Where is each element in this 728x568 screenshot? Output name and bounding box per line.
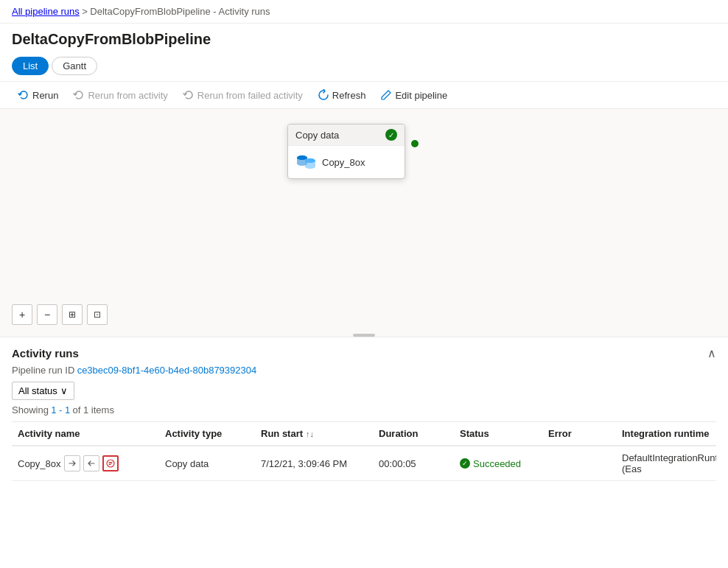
rerun-from-activity-icon	[73, 89, 85, 101]
rerun-from-failed-button[interactable]: Rerun from failed activity	[177, 86, 309, 104]
node-card-title: Copy data	[295, 130, 339, 141]
table-row: Copy_8ox	[12, 446, 716, 481]
rerun-from-activity-label: Rerun from activity	[88, 90, 167, 101]
tab-gantt[interactable]: Gantt	[52, 57, 97, 75]
edit-pipeline-label: Edit pipeline	[395, 90, 447, 101]
collapse-button[interactable]: ∧	[707, 346, 716, 360]
zoom-in-button[interactable]: +	[12, 304, 32, 325]
rerun-from-activity-button[interactable]: Rerun from activity	[67, 86, 173, 104]
tab-list[interactable]: List	[12, 57, 49, 75]
activity-runs-title: Activity runs	[12, 347, 79, 360]
td-activity-name: Copy_8ox	[12, 449, 159, 477]
copy-data-icon	[295, 152, 316, 172]
col-header-integration-runtime: Integration runtime	[616, 422, 716, 445]
tabs-row: List Gantt	[0, 54, 728, 81]
scroll-indicator	[353, 334, 375, 337]
breadcrumb-current: DeltaCopyFromBlobPipeline - Activity run…	[90, 6, 270, 17]
col-header-run-start-label: Run start	[261, 428, 303, 439]
td-integration-runtime: DefaultIntegrationRuntime (Eas	[616, 446, 716, 480]
status-filter-label: All status	[18, 385, 57, 396]
rerun-icon	[18, 89, 29, 101]
refresh-label: Refresh	[332, 90, 366, 101]
pipeline-run-id: Pipeline run ID ce3bec09-8bf1-4e60-b4ed-…	[12, 365, 716, 382]
edit-pipeline-icon	[380, 89, 392, 101]
status-success: ✓ Succeeded	[460, 458, 521, 469]
rerun-label: Rerun	[32, 90, 58, 101]
toolbar: Rerun Rerun from activity Rerun from fai…	[0, 81, 728, 109]
activity-runs-section: Activity runs ∧ Pipeline run ID ce3bec09…	[0, 337, 728, 481]
svg-point-3	[305, 158, 315, 163]
breadcrumb: All pipeline runs > DeltaCopyFromBlobPip…	[0, 0, 728, 24]
sort-icon: ↑↓	[306, 429, 314, 438]
col-header-status: Status	[454, 422, 542, 445]
chevron-down-icon: ∨	[60, 385, 68, 396]
svg-point-1	[297, 155, 307, 160]
activity-runs-header: Activity runs ∧	[12, 337, 716, 365]
run-id-label: Pipeline run ID	[12, 365, 74, 376]
row-output-button[interactable]	[83, 455, 99, 471]
node-success-icon: ✓	[385, 129, 397, 141]
connector-dot	[411, 140, 419, 147]
row-actions	[64, 455, 119, 471]
page-title: DeltaCopyFromBlobPipeline	[0, 24, 728, 54]
canvas-controls: + − ⊞ ⊡	[12, 304, 108, 325]
node-card-body: Copy_8ox	[288, 146, 405, 178]
td-run-start: 7/12/21, 3:09:46 PM	[255, 452, 373, 475]
row-input-button[interactable]	[64, 455, 80, 471]
showing-suffix: of 1 items	[73, 404, 114, 416]
breadcrumb-separator: >	[82, 6, 90, 17]
fit-view-button[interactable]: ⊞	[62, 304, 83, 325]
showing-range: 1 - 1	[51, 404, 70, 416]
row-details-button[interactable]	[102, 455, 119, 471]
status-success-icon: ✓	[460, 458, 470, 469]
refresh-icon	[318, 89, 329, 101]
activity-runs-table: Activity name Activity type Run start ↑↓…	[12, 421, 716, 481]
td-error	[542, 457, 616, 469]
rerun-from-failed-icon	[183, 89, 195, 101]
activity-name-value: Copy_8ox	[18, 458, 61, 469]
showing-count: Showing 1 - 1 of 1 items	[12, 404, 716, 416]
td-status: ✓ Succeeded	[454, 452, 542, 475]
col-header-error: Error	[542, 422, 616, 445]
expand-button[interactable]: ⊡	[87, 304, 108, 325]
rerun-button[interactable]: Rerun	[12, 86, 64, 104]
node-card-header: Copy data ✓	[288, 125, 405, 146]
status-value: Succeeded	[473, 458, 521, 469]
table-header: Activity name Activity type Run start ↑↓…	[12, 422, 716, 446]
td-activity-type: Copy data	[159, 452, 255, 475]
refresh-button[interactable]: Refresh	[312, 86, 372, 104]
node-card: Copy data ✓ Copy_8ox	[287, 124, 405, 179]
run-id-value: ce3bec09-8bf1-4e60-b4ed-80b879392304	[77, 365, 257, 376]
col-header-run-start[interactable]: Run start ↑↓	[255, 422, 373, 445]
node-card-label: Copy_8ox	[322, 157, 365, 168]
rerun-from-failed-label: Rerun from failed activity	[197, 90, 303, 101]
status-filter-dropdown[interactable]: All status ∨	[12, 382, 74, 400]
col-header-duration: Duration	[373, 422, 454, 445]
breadcrumb-parent-link[interactable]: All pipeline runs	[12, 6, 80, 17]
canvas-area: Copy data ✓ Copy_8ox + − ⊞ ⊡	[0, 109, 728, 337]
td-duration: 00:00:05	[373, 452, 454, 475]
col-header-activity-name: Activity name	[12, 422, 159, 445]
zoom-out-button[interactable]: −	[37, 304, 57, 325]
edit-pipeline-button[interactable]: Edit pipeline	[374, 86, 453, 104]
col-header-activity-type: Activity type	[159, 422, 255, 445]
